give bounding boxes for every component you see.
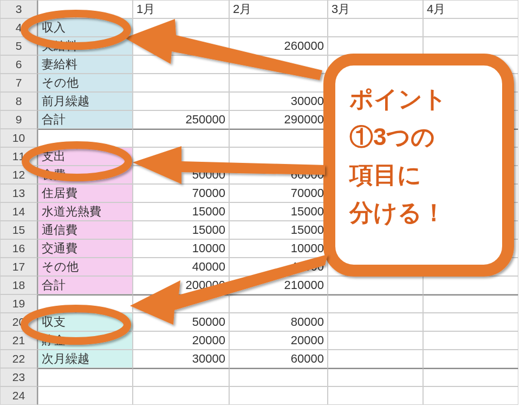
cell[interactable] [328,129,423,147]
cell[interactable] [423,350,518,368]
row-header[interactable]: 10 [0,129,38,147]
cell[interactable]: 50000 [133,166,229,184]
row-header[interactable]: 15 [0,221,38,239]
cell[interactable] [133,368,229,386]
cell[interactable] [229,147,328,166]
cell[interactable] [328,368,423,386]
cell-expense-header[interactable]: 支出 [38,147,133,166]
cell[interactable] [423,386,518,405]
row-header[interactable]: 24 [0,386,38,405]
row-header[interactable]: 20 [0,313,38,331]
cell[interactable] [38,294,133,313]
cell[interactable] [229,294,328,313]
row-header[interactable]: 3 [0,0,38,18]
row-header[interactable]: 6 [0,55,38,74]
cell[interactable] [328,331,423,350]
cell[interactable] [423,18,518,37]
row-header[interactable]: 21 [0,331,38,350]
cell[interactable]: 30000 [133,350,229,368]
cell[interactable] [229,368,328,386]
cell[interactable]: 食費 [38,166,133,184]
row-header[interactable]: 13 [0,184,38,202]
cell[interactable]: 通信費 [38,221,133,239]
cell[interactable] [423,74,518,92]
row-header[interactable]: 8 [0,92,38,110]
col-month[interactable]: 2月 [229,0,328,18]
cell[interactable] [423,313,518,331]
cell[interactable]: 15000 [133,221,229,239]
cell[interactable]: 20000 [229,331,328,350]
cell[interactable] [423,147,518,166]
cell[interactable] [328,166,423,184]
row-header[interactable]: 5 [0,37,38,55]
cell[interactable]: 10000 [133,239,229,258]
col-month[interactable]: 1月 [133,0,229,18]
cell[interactable] [423,37,518,55]
cell[interactable] [229,386,328,405]
cell[interactable] [328,258,423,276]
cell[interactable] [133,147,229,166]
cell[interactable]: 260000 [229,37,328,55]
cell[interactable]: 60000 [229,166,328,184]
row-header[interactable]: 17 [0,258,38,276]
cell[interactable]: 20000 [133,331,229,350]
row-header[interactable]: 12 [0,166,38,184]
cell[interactable] [423,92,518,110]
cell[interactable] [423,368,518,386]
cell[interactable] [328,202,423,221]
cell[interactable] [423,258,518,276]
cell[interactable]: 15000 [229,221,328,239]
row-header[interactable]: 19 [0,294,38,313]
cell[interactable] [423,239,518,258]
cell[interactable] [38,0,133,18]
cell[interactable] [133,74,229,92]
cell[interactable]: 30000 [229,92,328,110]
cell[interactable] [133,294,229,313]
cell[interactable] [423,110,518,129]
cell[interactable] [423,221,518,239]
cell-income-header[interactable]: 収入 [38,18,133,37]
cell[interactable]: 次月繰越 [38,350,133,368]
cell[interactable]: 40000 [133,258,229,276]
cell[interactable]: 貯金 [38,331,133,350]
cell[interactable] [133,386,229,405]
cell-balance-header[interactable]: 収支 [38,313,133,331]
cell[interactable]: 合計 [38,110,133,129]
cell[interactable] [133,55,229,74]
cell[interactable] [328,313,423,331]
cell[interactable] [328,184,423,202]
cell[interactable] [328,18,423,37]
cell[interactable]: 80000 [229,313,328,331]
cell[interactable]: 70000 [133,184,229,202]
cell[interactable] [423,166,518,184]
cell[interactable] [423,276,518,294]
spreadsheet[interactable]: 3 1月 2月 3月 4月 4 収入 5 夫給料 260000 6 妻給料 7 … [0,0,520,405]
cell[interactable]: 50000 [133,313,229,331]
cell[interactable] [38,129,133,147]
cell[interactable] [328,350,423,368]
cell[interactable]: 210000 [229,276,328,294]
cell[interactable]: 40000 [229,258,328,276]
cell[interactable] [328,110,423,129]
cell[interactable]: その他 [38,258,133,276]
row-header[interactable]: 22 [0,350,38,368]
cell[interactable] [423,55,518,74]
cell[interactable] [328,294,423,313]
cell[interactable]: 15000 [229,202,328,221]
cell[interactable] [133,18,229,37]
cell[interactable] [229,129,328,147]
row-header[interactable]: 11 [0,147,38,166]
cell[interactable] [229,55,328,74]
cell[interactable]: 250000 [133,110,229,129]
cell[interactable] [423,202,518,221]
row-header[interactable]: 7 [0,74,38,92]
cell[interactable] [328,386,423,405]
cell[interactable] [328,221,423,239]
cell[interactable] [328,147,423,166]
cell[interactable] [38,368,133,386]
cell[interactable] [423,294,518,313]
cell[interactable] [328,92,423,110]
cell[interactable]: 妻給料 [38,55,133,74]
cell[interactable]: 前月繰越 [38,92,133,110]
cell[interactable] [38,386,133,405]
